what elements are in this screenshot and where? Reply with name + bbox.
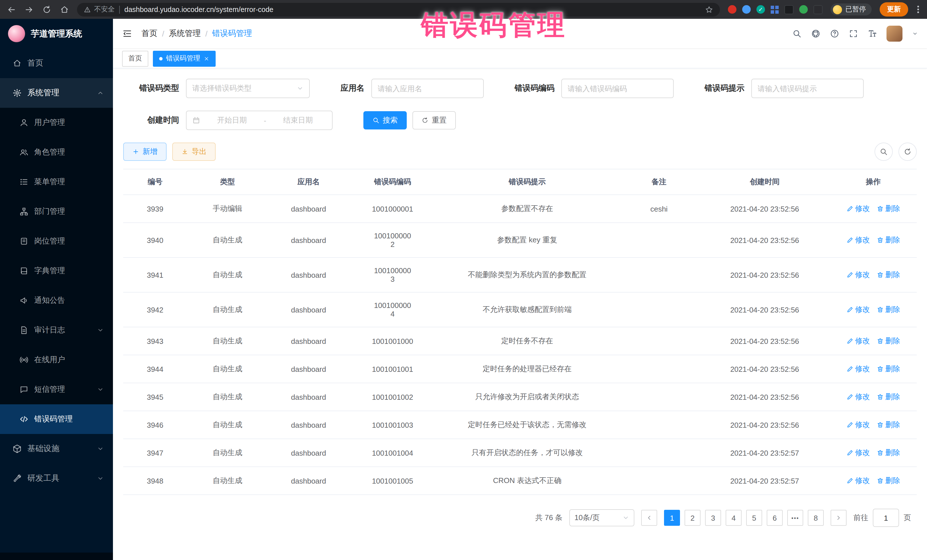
bookmark-star-icon[interactable] xyxy=(705,5,713,14)
home-icon[interactable] xyxy=(60,5,69,14)
refresh-table-button[interactable] xyxy=(898,143,917,161)
sidebar-item-chat[interactable]: 短信管理 xyxy=(0,375,113,404)
extension-icon[interactable] xyxy=(799,5,808,14)
date-range-picker[interactable]: 开始日期 - 结束日期 xyxy=(186,111,333,130)
tab-home[interactable]: 首页 xyxy=(122,50,148,67)
delete-link[interactable]: 删除 xyxy=(877,270,900,280)
pagination-more-button[interactable]: ••• xyxy=(787,510,803,526)
sidebar-item-infrastructure[interactable]: 基础设施 xyxy=(0,434,113,464)
search-icon[interactable] xyxy=(792,29,801,38)
sidebar-item-dev-tools[interactable]: 研发工具 xyxy=(0,464,113,493)
sidebar-item-doc[interactable]: 审计日志 xyxy=(0,316,113,345)
font-size-icon[interactable] xyxy=(868,29,877,38)
cell-app: dashboard xyxy=(268,439,349,467)
trash-icon xyxy=(877,477,884,484)
pagination-page-2[interactable]: 2 xyxy=(685,510,701,526)
next-page-button[interactable] xyxy=(831,510,846,526)
address-bar[interactable]: 不安全 dashboard.yudao.iocoder.cn/system/er… xyxy=(77,3,720,16)
add-button[interactable]: 新增 xyxy=(123,143,167,161)
cell-id: 3948 xyxy=(123,467,187,495)
pagination-page-6[interactable]: 6 xyxy=(767,510,783,526)
sidebar-item-book[interactable]: 字典管理 xyxy=(0,256,113,286)
pagination-page-1[interactable]: 1 xyxy=(664,510,680,526)
sidebar-item-signal[interactable]: 在线用户 xyxy=(0,345,113,375)
edit-link[interactable]: 修改 xyxy=(846,203,870,214)
browser-update-button[interactable]: 更新 xyxy=(880,2,908,17)
type-select[interactable]: 请选择错误码类型 xyxy=(186,79,310,98)
edit-link[interactable]: 修改 xyxy=(846,392,870,402)
breadcrumb-current: 错误码管理 xyxy=(212,29,252,39)
pagination-page-5[interactable]: 5 xyxy=(746,510,762,526)
goto-page-input[interactable] xyxy=(873,509,899,527)
reset-button[interactable]: 重置 xyxy=(412,111,456,129)
trash-icon xyxy=(877,449,884,456)
edit-link[interactable]: 修改 xyxy=(846,476,870,486)
extension-icon[interactable] xyxy=(742,5,751,14)
help-icon[interactable] xyxy=(830,29,839,38)
delete-link[interactable]: 删除 xyxy=(877,364,900,374)
search-button[interactable]: 搜索 xyxy=(363,111,407,129)
delete-link[interactable]: 删除 xyxy=(877,448,900,458)
sidebar-item-menu-list[interactable]: 菜单管理 xyxy=(0,167,113,197)
pagination-page-3[interactable]: 3 xyxy=(705,510,721,526)
breadcrumb-home[interactable]: 首页 xyxy=(141,29,158,39)
type-label: 错误码类型 xyxy=(123,83,179,94)
edit-link[interactable]: 修改 xyxy=(846,420,870,430)
prev-page-button[interactable] xyxy=(641,510,657,526)
show-search-button[interactable] xyxy=(874,143,893,161)
edit-link[interactable]: 修改 xyxy=(846,448,870,458)
delete-link[interactable]: 删除 xyxy=(877,476,900,486)
sidebar-item-user[interactable]: 用户管理 xyxy=(0,108,113,137)
menu-fold-icon[interactable] xyxy=(122,29,132,39)
back-icon[interactable] xyxy=(7,5,16,14)
sidebar-item-org[interactable]: 部门管理 xyxy=(0,197,113,226)
browser-menu-icon[interactable] xyxy=(916,6,920,13)
edit-link[interactable]: 修改 xyxy=(846,305,870,315)
close-icon[interactable] xyxy=(204,56,209,61)
user-avatar[interactable] xyxy=(886,26,903,42)
calendar-icon xyxy=(192,116,200,124)
breadcrumb-system[interactable]: 系统管理 xyxy=(169,29,201,39)
sidebar-item-badge[interactable]: 岗位管理 xyxy=(0,226,113,256)
sidebar-collapse-bar[interactable] xyxy=(0,552,113,560)
fullscreen-icon[interactable] xyxy=(849,29,858,38)
github-icon[interactable] xyxy=(811,29,820,38)
msg-input[interactable] xyxy=(751,79,864,98)
sidebar-item-home[interactable]: 首页 xyxy=(0,49,113,78)
forward-icon[interactable] xyxy=(24,5,33,14)
edit-link[interactable]: 修改 xyxy=(846,336,870,346)
extension-icon[interactable] xyxy=(728,5,737,14)
delete-link[interactable]: 删除 xyxy=(877,203,900,214)
export-button[interactable]: 导出 xyxy=(172,143,216,161)
browser-profile-chip[interactable]: 已暂停 xyxy=(831,3,872,15)
table-toolbar: 新增 导出 xyxy=(123,143,917,161)
sidebar-item-megaphone[interactable]: 通知公告 xyxy=(0,286,113,316)
pagination-page-4[interactable]: 4 xyxy=(726,510,742,526)
pagination-page-8[interactable]: 8 xyxy=(808,510,824,526)
puzzle-extension-icon[interactable] xyxy=(813,5,823,14)
extension-icon[interactable]: ✓ xyxy=(757,5,765,14)
edit-link[interactable]: 修改 xyxy=(846,270,870,280)
reload-icon[interactable] xyxy=(42,5,51,14)
app-input[interactable] xyxy=(371,79,484,98)
extension-icon[interactable] xyxy=(784,5,793,14)
signal-icon xyxy=(20,355,29,364)
tab-error-code[interactable]: 错误码管理 xyxy=(153,50,216,67)
extension-grid-icon[interactable] xyxy=(771,5,779,14)
delete-link[interactable]: 删除 xyxy=(877,336,900,346)
delete-link[interactable]: 删除 xyxy=(877,392,900,402)
delete-link[interactable]: 删除 xyxy=(877,235,900,245)
security-indicator[interactable]: 不安全 xyxy=(84,5,115,14)
edit-link[interactable]: 修改 xyxy=(846,364,870,374)
sidebar-item-code[interactable]: 错误码管理 xyxy=(0,404,113,434)
delete-link[interactable]: 删除 xyxy=(877,305,900,315)
page-size-select[interactable]: 10条/页 xyxy=(569,509,634,527)
sidebar-item-system-management[interactable]: 系统管理 xyxy=(0,78,113,108)
code-input[interactable] xyxy=(561,79,674,98)
delete-link[interactable]: 删除 xyxy=(877,420,900,430)
edit-link[interactable]: 修改 xyxy=(846,235,870,245)
sidebar-item-users[interactable]: 角色管理 xyxy=(0,137,113,167)
col-actions: 操作 xyxy=(830,169,917,195)
search-icon xyxy=(880,148,887,156)
chevron-down-icon[interactable] xyxy=(912,31,918,36)
